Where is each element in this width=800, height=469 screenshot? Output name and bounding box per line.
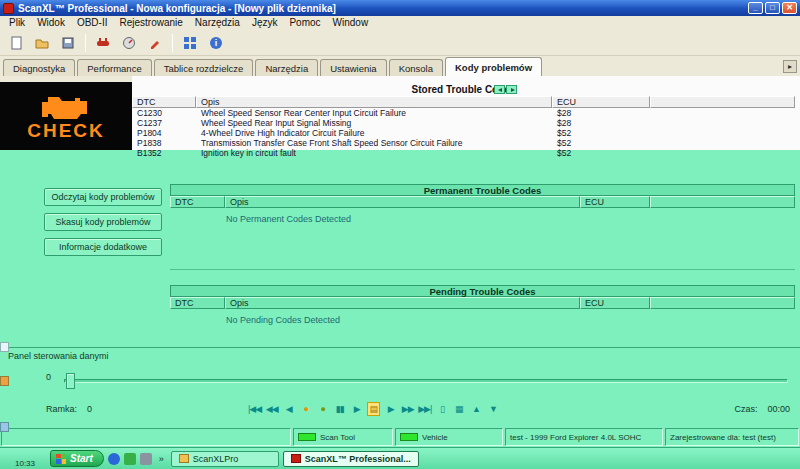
column-header-ecu[interactable]: ECU (580, 196, 650, 208)
cell-empty (650, 148, 795, 158)
table-row[interactable]: P1838 Transmission Transfer Case Front S… (132, 138, 795, 148)
new-file-icon[interactable] (4, 32, 28, 54)
status-vehicle-info: test - 1999 Ford Explorer 4.0L SOHC (505, 428, 663, 446)
frame-slider-track[interactable] (64, 379, 788, 383)
column-header-dtc[interactable]: DTC (170, 196, 225, 208)
frame-counter: Ramka: 0 (46, 404, 92, 414)
maximize-button[interactable]: □ (765, 2, 780, 14)
pause-button[interactable]: ▮▮ (333, 403, 346, 415)
column-header-ecu[interactable]: ECU (580, 297, 650, 309)
save-file-icon[interactable] (56, 32, 80, 54)
column-header-opis[interactable]: Opis (196, 96, 552, 108)
connect-vehicle-icon[interactable] (91, 32, 115, 54)
content-area: CHECK Stored Trouble Codes DTC Opis ECU … (0, 76, 800, 447)
menu-narzedzia[interactable]: Narzędzia (189, 16, 246, 30)
stop-button[interactable]: ● (316, 403, 329, 415)
screen: ScanXL™ Professional - Nowa konfiguracja… (0, 0, 800, 469)
folder-icon (179, 454, 189, 463)
fast-forward-button[interactable]: ▶▶ (401, 403, 414, 415)
tab-narzedzia[interactable]: Narzędzia (255, 59, 318, 76)
desktop-icon[interactable] (0, 422, 9, 432)
window-controls: _ □ ✕ (748, 2, 797, 14)
table-row[interactable]: C1237 Wheel Speed Rear Input Signal Miss… (132, 118, 795, 128)
quick-launch-icon[interactable] (124, 453, 136, 465)
fast-rewind-button[interactable]: ◀◀ (265, 403, 278, 415)
taskbar-task-scanxlpro[interactable]: ScanXLPro (171, 451, 279, 467)
toolbar: i (0, 30, 800, 56)
minimize-button[interactable]: _ (748, 2, 763, 14)
window-titlebar: ScanXL™ Professional - Nowa konfiguracja… (0, 0, 800, 16)
menu-bar: Plik Widok OBD-II Rejestrowanie Narzędzi… (0, 16, 800, 30)
tab-diagnostyka[interactable]: Diagnostyka (3, 59, 75, 76)
side-buttons: Odczytaj kody problemów Skasuj kody prob… (44, 188, 162, 256)
menu-jezyk[interactable]: Język (246, 16, 284, 30)
gauges-icon[interactable] (117, 32, 141, 54)
permanent-codes-section: Permanent Trouble Codes DTC Opis ECU No … (170, 184, 795, 270)
column-header-ecu[interactable]: ECU (552, 96, 650, 108)
cell-dtc: P1838 (132, 138, 196, 148)
open-log-button[interactable]: ▤ (367, 402, 380, 416)
step-forward-button[interactable]: ▶ (384, 403, 397, 415)
desktop-icon[interactable] (0, 376, 9, 386)
download-button[interactable]: ▼ (486, 403, 499, 415)
tab-konsola[interactable]: Konsola (389, 59, 443, 76)
play-button[interactable]: ▶ (350, 403, 363, 415)
scroll-right-icon[interactable] (506, 85, 517, 94)
skip-first-button[interactable]: |◀◀ (248, 403, 261, 415)
upload-button[interactable]: ▲ (469, 403, 482, 415)
dashboard-icon[interactable] (178, 32, 202, 54)
menu-widok[interactable]: Widok (31, 16, 71, 30)
table-row[interactable]: P1804 4-Wheel Drive High Indicator Circu… (132, 128, 795, 138)
taskbar-task-scanxl[interactable]: ScanXL™ Professional... (283, 451, 419, 467)
table-row[interactable]: C1230 Wheel Speed Sensor Rear Center Inp… (132, 108, 795, 118)
record-log-icon[interactable] (143, 32, 167, 54)
menu-plik[interactable]: Plik (3, 16, 31, 30)
quick-launch-icon[interactable] (108, 453, 120, 465)
scroll-left-icon[interactable] (494, 85, 505, 94)
new-log-button[interactable]: ▯ (435, 403, 448, 415)
taskbar-clock: 10:33 (15, 459, 35, 468)
menu-obd-ii[interactable]: OBD-II (71, 16, 114, 30)
quick-launch-icon[interactable] (140, 453, 152, 465)
open-file-icon[interactable] (30, 32, 54, 54)
task-label: ScanXLPro (193, 454, 239, 464)
tab-performance[interactable]: Performance (77, 59, 151, 76)
skip-last-button[interactable]: ▶▶| (418, 403, 431, 415)
column-header-opis[interactable]: Opis (225, 297, 580, 309)
close-button[interactable]: ✕ (782, 2, 797, 14)
table-row[interactable]: B1352 Ignition key in circuit fault $52 (132, 148, 795, 158)
column-header-opis[interactable]: Opis (225, 196, 580, 208)
tab-ustawienia[interactable]: Ustawienia (320, 59, 386, 76)
control-panel-title: Panel sterowania danymi (8, 351, 109, 361)
additional-info-button[interactable]: Informacje dodatkowe (44, 238, 162, 256)
info-icon[interactable]: i (204, 32, 228, 54)
scan-tool-led-icon (298, 433, 316, 441)
step-back-button[interactable]: ◀ (282, 403, 295, 415)
column-header-empty (650, 96, 795, 108)
desktop-icon[interactable] (0, 342, 9, 352)
cell-dtc: B1352 (132, 148, 196, 158)
cell-dtc: C1230 (132, 108, 196, 118)
start-button[interactable]: Start (50, 450, 104, 467)
menu-window[interactable]: Window (327, 16, 375, 30)
column-header-dtc[interactable]: DTC (132, 96, 196, 108)
pending-codes-title: Pending Trouble Codes (170, 285, 795, 297)
status-vehicle: Vehicle (395, 428, 503, 446)
tab-scroll-right-icon[interactable]: ▸ (783, 60, 797, 73)
tab-tablice-rozdzielcze[interactable]: Tablice rozdzielcze (154, 59, 254, 76)
save-log-button[interactable]: ▦ (452, 403, 465, 415)
status-registered: Zarejestrowane dla: test (test) (665, 428, 799, 446)
title-scrollbar (494, 85, 517, 94)
menu-rejestrowanie[interactable]: Rejestrowanie (113, 16, 188, 30)
permanent-codes-body: No Permanent Codes Detected (170, 214, 795, 270)
column-header-dtc[interactable]: DTC (170, 297, 225, 309)
record-button[interactable]: ● (299, 403, 312, 415)
tab-kody-problemow[interactable]: Kody problemów (445, 57, 542, 76)
quick-launch-more-icon[interactable]: » (156, 454, 167, 464)
menu-pomoc[interactable]: Pomoc (283, 16, 326, 30)
vehicle-led-icon (400, 433, 418, 441)
start-label: Start (70, 453, 93, 464)
frame-slider-handle[interactable] (66, 373, 75, 389)
read-codes-button[interactable]: Odczytaj kody problemów (44, 188, 162, 206)
clear-codes-button[interactable]: Skasuj kody problemów (44, 213, 162, 231)
